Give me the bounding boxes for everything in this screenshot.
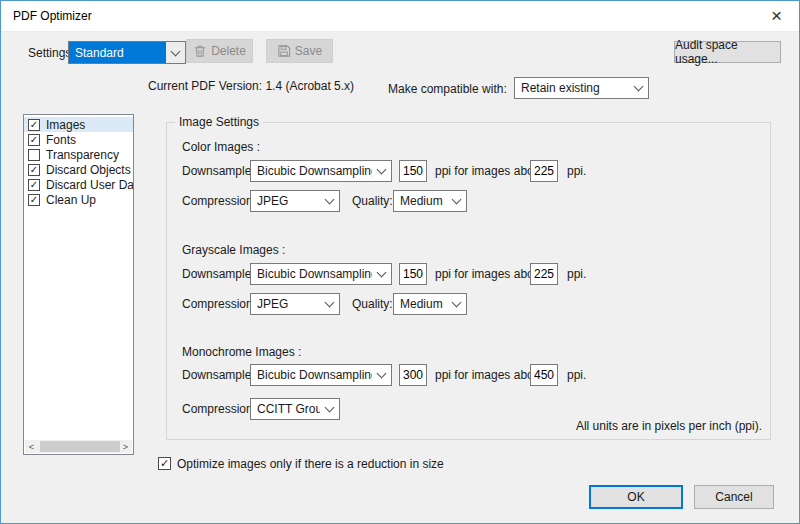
audit-space-usage-button[interactable]: Audit space usage...	[674, 41, 781, 63]
optimize-images-checkbox[interactable]: ✓	[158, 457, 171, 470]
list-item-label: Clean Up	[46, 193, 96, 207]
delete-button-label: Delete	[211, 44, 246, 58]
color-ppi-input[interactable]	[399, 160, 427, 182]
optimize-images-row[interactable]: ✓ Optimize images only if there is a red…	[158, 457, 444, 471]
compression-label: Compression:	[182, 293, 256, 315]
section-title: Monochrome Images :	[182, 341, 301, 363]
grayscale-quality-select[interactable]: Medium	[393, 293, 467, 315]
save-button-label: Save	[295, 44, 322, 58]
monochrome-ppi-input[interactable]	[399, 364, 427, 386]
ppi-suffix-label: ppi.	[567, 160, 586, 182]
horizontal-scrollbar[interactable]: < >	[25, 440, 132, 453]
downsample-label: Downsample:	[182, 364, 255, 386]
compression-label: Compression:	[182, 190, 256, 212]
quality-label: Quality:	[352, 190, 393, 212]
downsample-method-value: Bicubic Downsampling to	[251, 264, 372, 284]
chevron-down-icon	[166, 42, 185, 63]
chevron-down-icon	[447, 294, 466, 314]
list-item-fonts[interactable]: ✓ Fonts	[24, 132, 133, 147]
make-compatible-value: Retain existing	[515, 78, 629, 98]
cancel-button-label: Cancel	[715, 490, 752, 504]
chevron-down-icon	[629, 78, 648, 98]
list-item-clean-up[interactable]: ✓ Clean Up	[24, 192, 133, 207]
grayscale-ppi-input[interactable]	[399, 263, 427, 285]
list-item-label: Transparency	[46, 148, 119, 162]
make-compatible-label: Make compatible with:	[388, 82, 507, 96]
section-title: Grayscale Images :	[182, 239, 285, 261]
compression-value: JPEG	[251, 191, 320, 211]
cancel-button[interactable]: Cancel	[694, 485, 774, 509]
color-above-ppi-input[interactable]	[530, 160, 558, 182]
list-item-label: Discard Objects	[46, 163, 131, 177]
list-item-label: Images	[46, 118, 85, 132]
list-item-discard-user-data[interactable]: ✓ Discard User Data	[24, 177, 133, 192]
scroll-right-arrow-icon[interactable]: >	[119, 440, 132, 453]
list-item-discard-objects[interactable]: ✓ Discard Objects	[24, 162, 133, 177]
optimizer-panels-list: ✓ Images ✓ Fonts Transparency ✓ Discard …	[23, 114, 134, 455]
images-checkbox[interactable]: ✓	[28, 119, 40, 131]
make-compatible-select[interactable]: Retain existing	[514, 77, 649, 99]
chevron-down-icon	[320, 191, 339, 211]
quality-value: Medium	[394, 294, 447, 314]
monochrome-images-section: Monochrome Images : Downsample: Bicubic …	[182, 345, 760, 425]
ok-button[interactable]: OK	[589, 485, 683, 509]
monochrome-above-ppi-input[interactable]	[530, 364, 558, 386]
units-note: All units are in pixels per inch (ppi).	[576, 419, 762, 433]
downsample-method-value: Bicubic Downsampling to	[251, 365, 372, 385]
clean-up-checkbox[interactable]: ✓	[28, 194, 40, 206]
chevron-down-icon	[372, 365, 391, 385]
compression-value: CCITT Group 4	[251, 399, 320, 419]
list-item-transparency[interactable]: Transparency	[24, 147, 133, 162]
color-downsample-select[interactable]: Bicubic Downsampling to	[250, 160, 392, 182]
scrollbar-thumb[interactable]	[40, 441, 120, 452]
title-bar: PDF Optimizer ×	[1, 1, 799, 32]
dialog-title: PDF Optimizer	[13, 1, 92, 31]
fonts-checkbox[interactable]: ✓	[28, 134, 40, 146]
monochrome-downsample-select[interactable]: Bicubic Downsampling to	[250, 364, 392, 386]
color-images-section: Color Images : Downsample: Bicubic Downs…	[182, 140, 760, 232]
grayscale-downsample-select[interactable]: Bicubic Downsampling to	[250, 263, 392, 285]
color-quality-select[interactable]: Medium	[393, 190, 467, 212]
compression-value: JPEG	[251, 294, 320, 314]
group-title: Image Settings	[175, 115, 263, 129]
chevron-down-icon	[372, 161, 391, 181]
list-item-label: Discard User Data	[46, 178, 133, 192]
chevron-down-icon	[372, 264, 391, 284]
quality-value: Medium	[394, 191, 447, 211]
save-button[interactable]: Save	[266, 39, 333, 63]
downsample-label: Downsample:	[182, 160, 255, 182]
chevron-down-icon	[320, 399, 339, 419]
transparency-checkbox[interactable]	[28, 149, 40, 161]
settings-value: Standard	[69, 42, 166, 63]
grayscale-images-section: Grayscale Images : Downsample: Bicubic D…	[182, 243, 760, 335]
pdf-optimizer-dialog: PDF Optimizer × Settings: Standard Delet…	[0, 0, 800, 524]
audit-button-label: Audit space usage...	[675, 38, 780, 66]
chevron-down-icon	[447, 191, 466, 211]
list-item-images[interactable]: ✓ Images	[24, 117, 133, 132]
grayscale-above-ppi-input[interactable]	[530, 263, 558, 285]
scroll-left-arrow-icon[interactable]: <	[25, 440, 38, 453]
settings-select[interactable]: Standard	[68, 41, 186, 64]
floppy-disk-icon	[277, 44, 291, 58]
close-icon[interactable]: ×	[754, 1, 799, 31]
discard-objects-checkbox[interactable]: ✓	[28, 164, 40, 176]
section-title: Color Images :	[182, 136, 260, 158]
delete-button[interactable]: Delete	[186, 39, 253, 63]
discard-user-data-checkbox[interactable]: ✓	[28, 179, 40, 191]
ok-button-label: OK	[627, 490, 644, 504]
list-item-label: Fonts	[46, 133, 76, 147]
compression-label: Compression:	[182, 398, 256, 420]
downsample-label: Downsample:	[182, 263, 255, 285]
quality-label: Quality:	[352, 293, 393, 315]
downsample-method-value: Bicubic Downsampling to	[251, 161, 372, 181]
ppi-suffix-label: ppi.	[567, 263, 586, 285]
optimize-images-label[interactable]: Optimize images only if there is a reduc…	[177, 457, 444, 471]
ppi-suffix-label: ppi.	[567, 364, 586, 386]
grayscale-compression-select[interactable]: JPEG	[250, 293, 340, 315]
pdf-version-text: Current PDF Version: 1.4 (Acrobat 5.x)	[148, 79, 354, 93]
monochrome-compression-select[interactable]: CCITT Group 4	[250, 398, 340, 420]
trash-icon	[193, 44, 207, 58]
chevron-down-icon	[320, 294, 339, 314]
image-settings-group: Image Settings Color Images : Downsample…	[166, 122, 771, 440]
color-compression-select[interactable]: JPEG	[250, 190, 340, 212]
